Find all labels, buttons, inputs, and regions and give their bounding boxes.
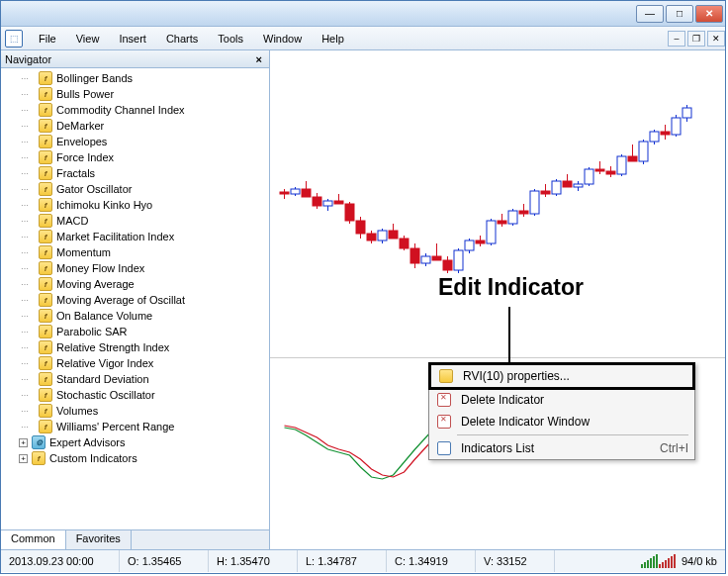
- indicator-item[interactable]: ⋯fBulls Power: [19, 86, 269, 102]
- mdi-close-button[interactable]: ✕: [707, 31, 725, 47]
- menu-help[interactable]: Help: [312, 30, 354, 48]
- del-icon: [435, 414, 453, 430]
- function-icon: f: [39, 71, 52, 85]
- svg-rect-35: [465, 240, 474, 250]
- indicator-label: Commodity Channel Index: [56, 104, 185, 116]
- indicator-label: Bollinger Bands: [56, 72, 133, 84]
- context-item-label: RVI(10) properties...: [463, 369, 570, 383]
- indicator-label: Momentum: [56, 246, 111, 258]
- indicator-item[interactable]: ⋯fForce Index: [19, 149, 269, 165]
- context-item-list[interactable]: Indicators ListCtrl+I: [429, 437, 694, 459]
- menu-charts[interactable]: Charts: [156, 30, 208, 48]
- function-icon: f: [39, 214, 52, 228]
- close-button[interactable]: ✕: [695, 5, 723, 23]
- tab-favorites[interactable]: Favorites: [66, 530, 132, 549]
- indicator-item[interactable]: ⋯fMACD: [19, 213, 269, 229]
- indicator-label: Market Facilitation Index: [56, 231, 174, 242]
- chart-area[interactable]: Edit Indicator RVI(10) properties...Dele…: [270, 50, 725, 549]
- connection-bars-icon: [635, 554, 682, 568]
- folder-icon: ⚙: [32, 435, 46, 449]
- function-icon: f: [39, 309, 52, 323]
- navigator-title: Navigator: [5, 53, 51, 65]
- indicator-item[interactable]: ⋯fMomentum: [19, 244, 269, 260]
- svg-rect-63: [617, 156, 626, 174]
- indicator-item[interactable]: ⋯fMoving Average: [19, 276, 269, 292]
- navigator-group[interactable]: +⚙Expert Advisors: [19, 434, 269, 450]
- menu-insert[interactable]: Insert: [109, 30, 156, 48]
- indicator-item[interactable]: ⋯fDeMarker: [19, 118, 269, 134]
- context-item-delete_window[interactable]: Delete Indicator Window: [429, 411, 694, 432]
- svg-rect-51: [552, 181, 561, 194]
- status-low: L: 1.34787: [298, 550, 387, 572]
- svg-rect-49: [541, 191, 550, 194]
- navigator-tabs: Common Favorites: [1, 529, 269, 549]
- svg-rect-39: [487, 221, 496, 243]
- expand-icon[interactable]: +: [19, 454, 28, 463]
- function-icon: f: [39, 356, 52, 370]
- function-icon: f: [39, 87, 52, 101]
- indicator-item[interactable]: ⋯fCommodity Channel Index: [19, 102, 269, 118]
- indicator-item[interactable]: ⋯fBollinger Bands: [19, 70, 269, 86]
- indicator-item[interactable]: ⋯fMoney Flow Index: [19, 260, 269, 276]
- function-icon: f: [39, 293, 52, 307]
- navigator-close-button[interactable]: ×: [253, 53, 265, 65]
- indicator-item[interactable]: ⋯fStandard Deviation: [19, 371, 269, 387]
- annotation-line: [508, 307, 510, 363]
- indicator-item[interactable]: ⋯fMoving Average of Oscillat: [19, 292, 269, 308]
- mdi-minimize-button[interactable]: –: [668, 31, 685, 47]
- function-icon: f: [39, 261, 52, 275]
- indicator-item[interactable]: ⋯fRelative Vigor Index: [19, 355, 269, 371]
- context-item-properties[interactable]: RVI(10) properties...: [428, 362, 695, 390]
- indicator-item[interactable]: ⋯fWilliams' Percent Range: [19, 419, 269, 434]
- function-icon: f: [39, 182, 52, 196]
- indicator-item[interactable]: ⋯fOn Balance Volume: [19, 308, 269, 324]
- function-icon: f: [39, 119, 52, 133]
- indicator-item[interactable]: ⋯fMarket Facilitation Index: [19, 229, 269, 244]
- context-item-delete[interactable]: Delete Indicator: [429, 389, 694, 411]
- app-icon: ⬚: [5, 30, 23, 48]
- indicator-label: Williams' Percent Range: [56, 421, 174, 432]
- prop-icon: [437, 368, 455, 384]
- svg-rect-45: [519, 211, 528, 214]
- indicator-label: Force Index: [56, 151, 114, 163]
- indicator-item[interactable]: ⋯fVolumes: [19, 403, 269, 419]
- menu-separator: [457, 434, 688, 435]
- svg-rect-31: [443, 260, 452, 270]
- svg-rect-47: [530, 191, 539, 214]
- titlebar[interactable]: — □ ✕: [1, 1, 725, 27]
- indicator-item[interactable]: ⋯fParabolic SAR: [19, 324, 269, 339]
- svg-rect-55: [574, 184, 583, 187]
- indicator-item[interactable]: ⋯fStochastic Oscillator: [19, 387, 269, 403]
- context-item-label: Delete Indicator Window: [461, 415, 590, 429]
- indicator-item[interactable]: ⋯fRelative Strength Index: [19, 339, 269, 355]
- function-icon: f: [39, 150, 52, 164]
- indicator-item[interactable]: ⋯fIchimoku Kinko Hyo: [19, 197, 269, 213]
- annotation-label: Edit Indicator: [438, 274, 584, 301]
- tab-common[interactable]: Common: [1, 530, 66, 549]
- menu-window[interactable]: Window: [253, 30, 312, 48]
- indicator-item[interactable]: ⋯fEnvelopes: [19, 134, 269, 149]
- mdi-restore-button[interactable]: ❐: [687, 31, 705, 47]
- folder-icon: f: [32, 451, 46, 465]
- menu-tools[interactable]: Tools: [208, 30, 253, 48]
- indicator-item[interactable]: ⋯fFractals: [19, 165, 269, 181]
- navigator-group[interactable]: +fCustom Indicators: [19, 450, 269, 466]
- navigator-tree[interactable]: ⋯fBollinger Bands⋯fBulls Power⋯fCommodit…: [1, 68, 269, 529]
- function-icon: f: [39, 277, 52, 291]
- status-bar: 2013.09.23 00:00 O: 1.35465 H: 1.35470 L…: [1, 549, 725, 572]
- menu-file[interactable]: File: [29, 30, 66, 48]
- svg-rect-29: [432, 256, 441, 260]
- app-window: — □ ✕ ⬚ FileViewInsertChartsToolsWindowH…: [0, 0, 726, 574]
- chart-main-panel[interactable]: [270, 50, 725, 357]
- indicator-label: Relative Vigor Index: [56, 357, 153, 369]
- menu-view[interactable]: View: [66, 30, 110, 48]
- maximize-button[interactable]: □: [666, 5, 693, 23]
- function-icon: f: [39, 420, 52, 433]
- indicator-item[interactable]: ⋯fGator Oscillator: [19, 181, 269, 197]
- del-icon: [435, 392, 453, 408]
- svg-rect-15: [356, 221, 365, 234]
- minimize-button[interactable]: —: [636, 5, 664, 23]
- svg-rect-17: [367, 234, 376, 240]
- navigator-titlebar: Navigator ×: [1, 50, 269, 68]
- expand-icon[interactable]: +: [19, 438, 28, 447]
